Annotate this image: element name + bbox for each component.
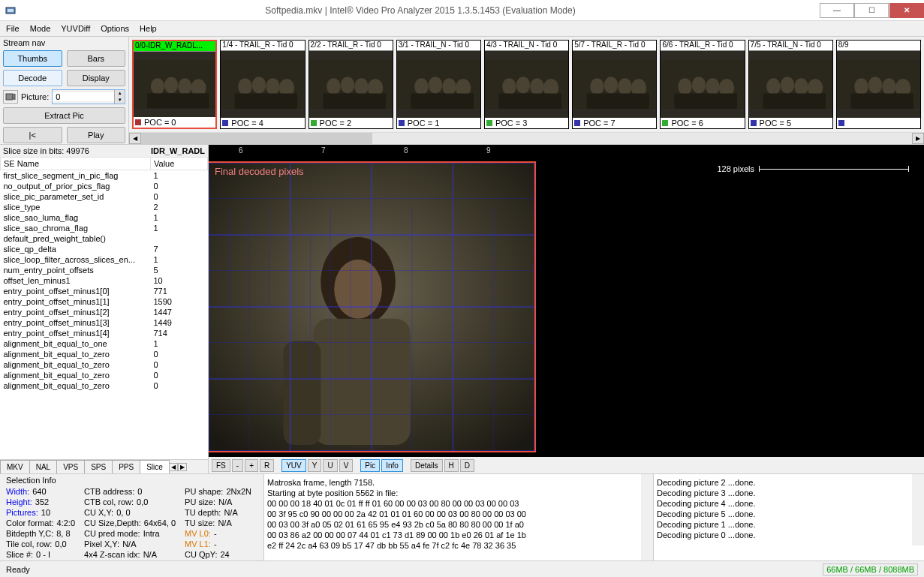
picture-input[interactable] (53, 92, 114, 101)
tab-vps[interactable]: VPS (56, 460, 85, 473)
thumbnail[interactable]: 2/2 - TRAIL_R - Tid 0 POC = 2 (309, 40, 393, 129)
svg-point-18 (340, 77, 354, 93)
se-row[interactable]: no_output_of_prior_pics_flag0 (1, 181, 208, 191)
decode-button[interactable]: Decode (3, 70, 62, 86)
se-row[interactable]: slice_qp_delta7 (1, 244, 208, 254)
toolbar-details[interactable]: Details (411, 459, 443, 472)
tab-sps[interactable]: SPS (84, 460, 113, 473)
se-row[interactable]: slice_pic_parameter_set_id0 (1, 191, 208, 202)
thumbs-button[interactable]: Thumbs (3, 50, 62, 67)
thumb-header: 3/1 - TRAIL_N - Tid 0 (397, 41, 480, 51)
toolbar-yuv[interactable]: YUV (281, 459, 306, 472)
se-row[interactable]: alignment_bit_equal_to_one1 (1, 338, 208, 349)
hex-scrollbar[interactable] (641, 474, 653, 560)
toolbar-v[interactable]: V (339, 459, 354, 472)
se-row[interactable]: offset_len_minus110 (1, 275, 208, 286)
toolbar-info[interactable]: Info (381, 459, 403, 472)
menu-yuvdiff[interactable]: YUVDiff (61, 24, 90, 33)
toolbar--[interactable]: - (232, 459, 243, 472)
se-row[interactable]: slice_sao_chroma_flag1 (1, 223, 208, 233)
thumbnail[interactable]: 5/7 - TRAIL_R - Tid 0 POC = 7 (572, 40, 657, 129)
thumbnail[interactable]: 1/4 - TRAIL_R - Tid 0 POC = 4 (220, 40, 305, 129)
se-table[interactable]: SE Name Value first_slice_segment_in_pic… (0, 157, 208, 391)
hex-row: 00 03 00 3f a0 05 02 01 61 65 95 e4 93 2… (267, 519, 650, 530)
selinfo-row: Height:352 (6, 497, 75, 507)
hex-panel[interactable]: Matroska frame, length 7158. Starting at… (264, 474, 654, 560)
bottom-tabs: MKV NAL VPS SPS PPS Slice ◀ ▶ (0, 459, 208, 473)
se-row[interactable]: first_slice_segment_in_pic_flag1 (1, 170, 208, 182)
se-row[interactable]: entry_point_offset_minus1[1]1590 (1, 296, 208, 307)
maximize-button[interactable]: ☐ (854, 3, 889, 18)
ruler-tick: 8 (404, 146, 408, 155)
scale-bar: 128 pixels (717, 164, 909, 173)
stream-nav-panel: Stream nav Thumbs Bars Decode Display Pi… (0, 37, 129, 144)
rewind-button[interactable]: |< (3, 127, 62, 143)
frame-viewer: 6789 (209, 145, 924, 473)
toolbar-pic[interactable]: Pic (360, 459, 380, 472)
thumb-scrollbar[interactable]: ◀ ▶ (129, 132, 924, 144)
selinfo-row: MV L0:- (185, 528, 251, 539)
camera-icon[interactable] (3, 90, 18, 104)
scroll-left-icon[interactable]: ◀ (129, 133, 141, 144)
minimize-button[interactable]: — (820, 3, 854, 18)
tab-nal[interactable]: NAL (29, 460, 57, 473)
toolbar-d[interactable]: D (460, 459, 474, 472)
thumbnail[interactable]: 6/6 - TRAIL_R - Tid 0 POC = 6 (660, 40, 745, 129)
log-panel[interactable]: Decoding picture 2 ...done.Decoding pict… (654, 474, 924, 560)
thumbnail[interactable]: 3/1 - TRAIL_N - Tid 0 POC = 1 (396, 40, 481, 129)
se-row[interactable]: alignment_bit_equal_to_zero0 (1, 370, 208, 380)
tab-scroll-right-icon[interactable]: ▶ (178, 463, 187, 471)
thumbnail[interactable]: 4/3 - TRAIL_N - Tid 0 POC = 3 (484, 40, 569, 129)
display-button[interactable]: Display (67, 70, 126, 86)
tab-pps[interactable]: PPS (112, 460, 140, 473)
se-row[interactable]: slice_type2 (1, 202, 208, 212)
picture-spinner[interactable]: ▲▼ (52, 89, 125, 104)
menu-options[interactable]: Options (101, 24, 129, 33)
play-button[interactable]: Play (67, 127, 126, 143)
se-col-value[interactable]: Value (151, 158, 208, 170)
spin-up-icon[interactable]: ▲ (115, 90, 125, 97)
toolbar-fs[interactable]: FS (212, 459, 230, 472)
se-row[interactable]: entry_point_offset_minus1[4]714 (1, 328, 208, 338)
selinfo-row: TU size:N/A (185, 518, 251, 528)
toolbar-u[interactable]: U (323, 459, 337, 472)
se-row[interactable]: entry_point_offset_minus1[2]1447 (1, 307, 208, 317)
se-col-name[interactable]: SE Name (1, 158, 151, 170)
se-row[interactable]: entry_point_offset_minus1[0]771 (1, 286, 208, 296)
log-scrollbar[interactable] (912, 474, 924, 545)
tab-scroll-left-icon[interactable]: ◀ (169, 463, 178, 471)
toolbar-h[interactable]: H (444, 459, 459, 472)
se-row[interactable]: slice_sao_luma_flag1 (1, 212, 208, 223)
extract-pic-button[interactable]: Extract Pic (3, 107, 125, 124)
se-row[interactable]: slice_loop_filter_across_slices_en...1 (1, 254, 208, 265)
status-bar: Ready 66MB / 66MB / 8088MB (0, 560, 924, 577)
scroll-right-icon[interactable]: ▶ (912, 133, 924, 144)
thumb-footer: POC = 4 (221, 118, 304, 128)
thumbnail[interactable]: 7/5 - TRAIL_N - Tid 0 POC = 5 (748, 40, 833, 129)
tab-mkv[interactable]: MKV (0, 460, 30, 473)
toolbar-r[interactable]: R (260, 459, 274, 472)
svg-point-53 (854, 78, 868, 95)
svg-rect-62 (284, 341, 321, 446)
svg-point-41 (679, 78, 693, 95)
thumbnail[interactable]: 0/0-IDR_W_RADL... POC = 0 (132, 40, 217, 129)
frame-canvas[interactable]: Final decoded pixels 128 pixels (209, 161, 924, 457)
menu-bar: File Mode YUVDiff Options Help (0, 21, 924, 36)
menu-mode[interactable]: Mode (30, 24, 51, 33)
menu-file[interactable]: File (6, 24, 20, 33)
bars-button[interactable]: Bars (67, 50, 126, 67)
toolbar-y[interactable]: Y (308, 459, 322, 472)
se-row[interactable]: num_entry_point_offsets5 (1, 265, 208, 275)
toolbar-+[interactable]: + (245, 459, 258, 472)
thumb-header: 2/2 - TRAIL_R - Tid 0 (309, 41, 393, 51)
tab-slice[interactable]: Slice (140, 460, 170, 473)
spin-down-icon[interactable]: ▼ (115, 97, 125, 104)
se-row[interactable]: alignment_bit_equal_to_zero0 (1, 380, 208, 391)
se-row[interactable]: entry_point_offset_minus1[3]1449 (1, 317, 208, 328)
thumbnail[interactable]: 8/9 (836, 40, 921, 129)
se-row[interactable]: default_pred_weight_table() (1, 233, 208, 244)
close-button[interactable]: ✕ (889, 3, 924, 18)
menu-help[interactable]: Help (140, 24, 157, 33)
se-row[interactable]: alignment_bit_equal_to_zero0 (1, 359, 208, 370)
se-row[interactable]: alignment_bit_equal_to_zero0 (1, 349, 208, 359)
